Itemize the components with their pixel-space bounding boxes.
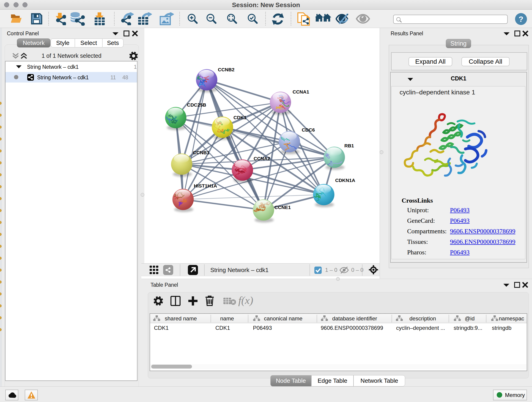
svg-text:CCNB1: CCNB1 [193,150,210,155]
svg-text:HIST1H1A: HIST1H1A [194,183,217,188]
svg-text:CCNE1: CCNE1 [274,205,291,210]
svg-text:CDC6: CDC6 [302,127,315,133]
svg-text:CCNA1: CCNA1 [293,89,309,95]
svg-text:CDC25B: CDC25B [187,102,206,108]
svg-text:CDK1: CDK1 [234,115,247,120]
svg-text:?: ? [519,15,524,23]
svg-text:CDKN1A: CDKN1A [335,178,355,183]
svg-text:CCNB2: CCNB2 [218,67,234,72]
svg-text:CCNA2: CCNA2 [254,156,270,161]
svg-text:RB1: RB1 [344,143,354,148]
